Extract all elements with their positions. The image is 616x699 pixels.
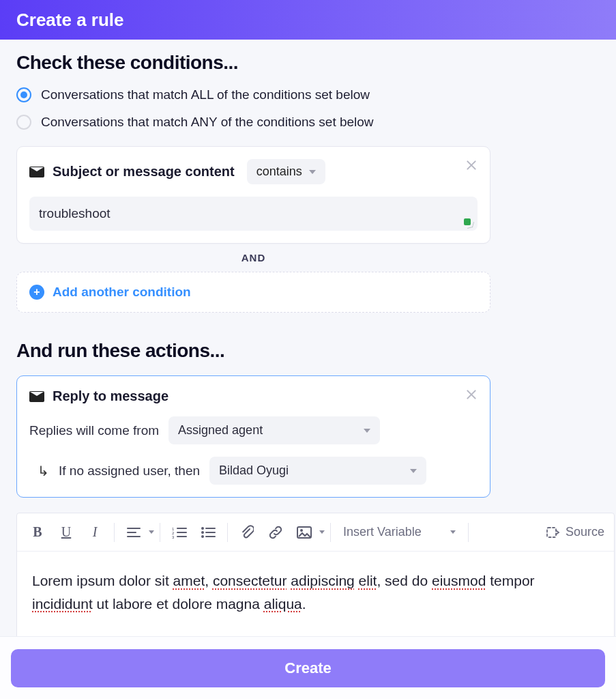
text-run: , <box>205 573 213 588</box>
replies-from-label: Replies will come from <box>29 423 159 438</box>
replies-from-select[interactable]: Assigned agent <box>168 416 380 444</box>
insert-variable-select[interactable]: Insert Variable <box>336 525 463 539</box>
chevron-down-icon <box>410 469 417 473</box>
radio-indicator <box>16 115 31 130</box>
condition-card: Subject or message content contains trou… <box>16 146 490 244</box>
spell-word: eiusmod <box>432 573 486 588</box>
create-button-label: Create <box>284 659 331 676</box>
editor-toolbar: B U I 123 <box>17 513 614 552</box>
add-condition-label: Add another condition <box>53 285 191 300</box>
envelope-icon <box>29 167 44 177</box>
radio-label: Conversations that match ANY of the cond… <box>41 115 374 130</box>
underline-button[interactable]: U <box>53 519 80 546</box>
action-card: Reply to message Replies will come from … <box>16 375 490 498</box>
spell-word: incididunt <box>32 596 93 612</box>
plus-icon: + <box>29 285 44 300</box>
toolbar-separator <box>330 523 331 542</box>
fallback-label: If no assigned user, then <box>59 463 200 479</box>
condition-operator-select[interactable]: contains <box>247 159 325 184</box>
chevron-down-icon <box>319 530 325 534</box>
condition-value-text: troubleshoot <box>39 206 111 220</box>
modal-footer: Create <box>0 636 616 699</box>
create-button[interactable]: Create <box>11 649 605 687</box>
chevron-down-icon <box>309 170 316 174</box>
resize-handle[interactable] <box>464 218 473 228</box>
text-run: tempor <box>486 573 534 588</box>
radio-match-all[interactable]: Conversations that match ALL of the cond… <box>16 87 600 102</box>
svg-point-14 <box>201 535 204 538</box>
text-run: ut labore et dolore magna <box>93 596 264 612</box>
link-button[interactable] <box>262 519 289 546</box>
radio-indicator <box>16 87 31 102</box>
toolbar-separator <box>114 523 115 542</box>
actions-section-title: And run these actions... <box>16 340 600 362</box>
svg-point-13 <box>201 531 204 534</box>
rich-text-editor: B U I 123 <box>16 513 615 643</box>
spell-word: amet <box>173 573 205 588</box>
arrow-down-right-icon: ↳ <box>38 464 49 478</box>
toolbar-separator <box>160 523 160 542</box>
spell-word: aliqua <box>264 596 302 612</box>
svg-rect-17 <box>547 528 556 537</box>
fallback-user-select[interactable]: Bildad Oyugi <box>209 457 426 485</box>
svg-point-12 <box>201 527 204 530</box>
condition-operator-value: contains <box>256 165 302 179</box>
insert-variable-label: Insert Variable <box>343 525 422 539</box>
replies-from-value: Assigned agent <box>178 423 263 438</box>
editor-content[interactable]: Lorem ipsum dolor sit amet, consectetur … <box>17 552 614 642</box>
conditions-section-title: Check these conditions... <box>16 52 600 74</box>
toolbar-separator <box>468 523 469 542</box>
chevron-down-icon <box>149 530 154 534</box>
svg-point-16 <box>300 529 303 532</box>
condition-separator: AND <box>16 252 490 263</box>
spell-word: adipiscing <box>291 573 354 588</box>
action-label: Reply to message <box>53 388 168 404</box>
ordered-list-button[interactable]: 123 <box>166 519 193 546</box>
spell-word: elit <box>359 573 377 588</box>
add-condition-button[interactable]: + Add another condition <box>16 272 490 313</box>
condition-value-input[interactable]: troubleshoot <box>29 197 478 231</box>
chevron-down-icon <box>364 429 370 433</box>
attachment-button[interactable] <box>233 519 261 546</box>
source-label: Source <box>566 525 604 539</box>
fallback-user-value: Bildad Oyugi <box>219 463 289 478</box>
image-button[interactable] <box>291 519 318 546</box>
envelope-icon <box>29 391 44 402</box>
radio-label: Conversations that match ALL of the cond… <box>41 87 370 102</box>
condition-field-label: Subject or message content <box>53 164 235 180</box>
source-button[interactable]: Source <box>545 525 607 539</box>
text-run: , sed do <box>377 573 432 588</box>
radio-match-any[interactable]: Conversations that match ANY of the cond… <box>16 115 600 130</box>
italic-button[interactable]: I <box>81 519 108 546</box>
svg-text:3: 3 <box>172 535 175 539</box>
unordered-list-button[interactable] <box>194 519 222 546</box>
modal-header: Create a rule <box>0 0 616 40</box>
chevron-down-icon <box>450 530 456 534</box>
remove-action-button[interactable] <box>465 388 478 401</box>
spell-word: consectetur <box>213 573 287 588</box>
bold-button[interactable]: B <box>24 519 51 546</box>
modal-title: Create a rule <box>16 10 124 31</box>
modal-body: Check these conditions... Conversations … <box>0 40 616 643</box>
toolbar-separator <box>227 523 228 542</box>
text-run: Lorem ipsum dolor sit <box>32 573 173 588</box>
text-run: . <box>302 596 306 612</box>
remove-condition-button[interactable] <box>465 159 478 171</box>
align-button[interactable] <box>120 519 147 546</box>
